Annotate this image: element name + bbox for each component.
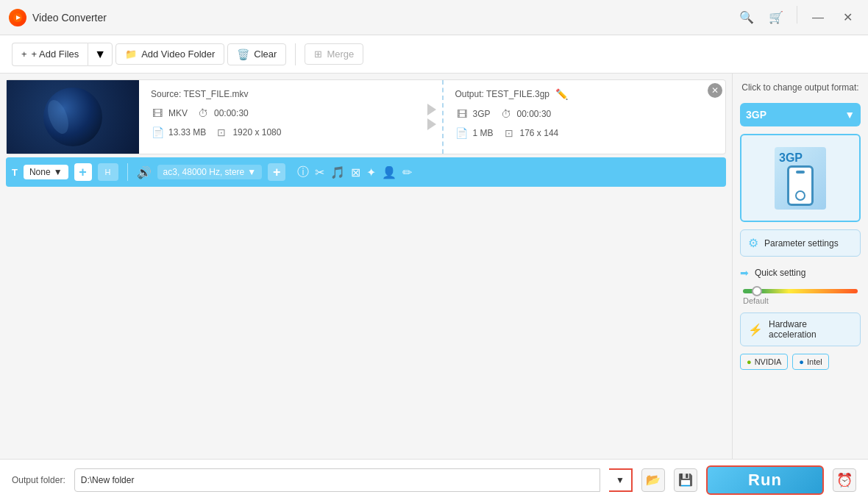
folder-icon: 📁 [125,49,137,60]
subtitle-height-button[interactable]: H [98,163,118,181]
source-size: 13.33 MB [168,127,206,138]
file-area: Source: TEST_FILE.mkv 🎞 MKV ⏱ 00:00:30 📄… [0,74,732,459]
settings-icon: ⚙ [748,236,758,250]
source-resolution-item: ⊡ 1920 x 1080 [215,126,281,139]
output-format: 3GP [473,109,491,119]
parameter-settings-button[interactable]: ⚙ Parameter settings [740,229,861,257]
enhance-tool-button[interactable]: ✏ [402,165,412,179]
add-video-folder-label: Add Video Folder [141,49,215,60]
audio-select[interactable]: ac3, 48000 Hz, stere ▼ [157,165,263,179]
intel-icon: ● [799,357,804,366]
resolution-icon: ⊡ [215,126,228,139]
file-list-empty-area [0,187,732,459]
close-button[interactable]: ✕ [836,6,859,29]
nvidia-label: NVIDIA [755,357,782,366]
run-button[interactable]: Run [706,465,824,495]
cut-tool-button[interactable]: ✂ [315,165,324,179]
source-duration-item: ⏱ 00:00:30 [196,107,249,120]
audio-chevron-icon: ▼ [247,167,256,177]
hw-accel-label: Hardware acceleration [769,319,853,340]
source-format: MKV [168,108,188,118]
quality-slider-container: Default [740,289,861,305]
clear-icon: 🗑️ [237,49,249,60]
window-controls: 🔍 🛒 — ✕ [735,6,859,29]
intel-badge[interactable]: ● Intel [792,354,828,370]
hardware-acceleration-button[interactable]: ⚡ Hardware acceleration [740,312,861,346]
source-duration: 00:00:30 [214,108,249,118]
output-format-item: 🎞 3GP [455,107,491,121]
merge-button[interactable]: ⊞ Merge [305,43,363,65]
info-tool-button[interactable]: ⓘ [297,165,309,180]
format-selector[interactable]: 3GP ▼ [740,103,861,126]
output-format-icon: 🎞 [455,107,469,121]
subtitle-value: None [29,167,51,177]
cart-button[interactable]: 🛒 [764,6,788,29]
subtitle-chevron-icon: ▼ [54,167,63,177]
audio-edit-tool-button[interactable]: 🎵 [330,165,345,179]
watermark-tool-button[interactable]: 👤 [382,165,396,179]
gpu-badges: ● NVIDIA ● Intel [740,354,861,370]
minimize-button[interactable]: — [806,6,830,29]
output-folder-input[interactable] [74,468,600,492]
source-format-item: 🎞 MKV [151,107,188,120]
output-folder-label: Output folder: [12,475,65,485]
output-label: Output: TEST_FILE.3gp [455,89,550,99]
quality-slider[interactable] [743,289,858,293]
format-preview [740,134,861,222]
quick-setting-button[interactable]: ➡ Quick setting [740,264,861,282]
source-resolution: 1920 x 1080 [232,127,281,138]
subtitle-icon: T [12,167,18,178]
source-size-row: 📄 13.33 MB ⊡ 1920 x 1080 [151,126,410,139]
subtitle-select[interactable]: None ▼ [24,165,68,179]
output-file-icon: 📄 [455,126,469,140]
output-folder-dropdown-button[interactable]: ▼ [609,468,633,492]
arrow-right-icon-2 [427,118,436,130]
output-resolution-icon: ⊡ [502,126,516,140]
clear-button[interactable]: 🗑️ Clear [227,43,286,65]
bottom-bar: Output folder: ▼ 📂 💾 Run ⏰ [0,459,868,500]
add-files-button[interactable]: + + Add Files [12,43,88,66]
merge-icon: ⊞ [314,49,322,60]
output-resolution-item: ⊡ 176 x 144 [502,126,559,140]
output-label-row: Output: TEST_FILE.3gp ✏️ [455,88,714,100]
effects-tool-button[interactable]: ✦ [366,165,376,179]
output-format-row: 🎞 3GP ⏱ 00:00:30 [455,107,714,121]
thumbnail-preview [7,80,139,154]
add-files-group: + + Add Files ▼ [12,43,113,66]
output-duration: 00:00:30 [517,109,552,119]
browse-folder-button[interactable]: 📂 [641,468,665,492]
output-clock-icon: ⏱ [499,107,513,121]
save-button[interactable]: 💾 [674,468,697,492]
app-title: Video Converter [32,12,735,24]
edit-icon[interactable]: ✏️ [555,88,568,100]
subtitle-add-button[interactable]: + [74,163,92,181]
edit-tools: ⓘ ✂ 🎵 ⊠ ✦ 👤 ✏ [297,165,412,180]
format-icon: 🎞 [151,107,164,120]
title-bar: Video Converter 🔍 🛒 — ✕ [0,0,868,35]
audio-add-button[interactable]: + [268,163,285,181]
audio-value: ac3, 48000 Hz, stere [163,167,245,177]
subtitle-audio-bar: T None ▼ + H 🔊 ac3, 48000 Hz, stere ▼ + … [6,157,726,187]
alarm-button[interactable]: ⏰ [833,468,856,492]
add-files-dropdown-button[interactable]: ▼ [88,43,113,66]
file-thumbnail [7,80,139,154]
merge-label: Merge [327,49,354,60]
nvidia-badge[interactable]: ● NVIDIA [740,354,788,370]
file-output-info: Output: TEST_FILE.3gp ✏️ 🎞 3GP ⏱ 00:00:3… [442,80,726,154]
close-file-button[interactable]: ✕ [708,83,722,98]
format-icon-background [775,147,826,210]
app-icon [9,9,26,26]
add-files-label: + Add Files [32,49,79,60]
file-item: Source: TEST_FILE.mkv 🎞 MKV ⏱ 00:00:30 📄… [6,79,726,154]
hw-accel-icon: ⚡ [748,323,763,337]
clear-label: Clear [254,49,277,60]
main-toolbar: + + Add Files ▼ 📁 Add Video Folder 🗑️ Cl… [0,35,868,74]
toolbar-divider [295,43,296,65]
add-icon: + [21,49,27,60]
search-button[interactable]: 🔍 [735,6,758,29]
clock-icon: ⏱ [196,107,210,120]
quick-setting-label: Quick setting [755,268,805,278]
add-video-folder-button[interactable]: 📁 Add Video Folder [115,43,224,65]
crop-tool-button[interactable]: ⊠ [351,165,360,179]
right-panel: Click to change output format: 3GP ▼ ⚙ P… [732,74,868,459]
